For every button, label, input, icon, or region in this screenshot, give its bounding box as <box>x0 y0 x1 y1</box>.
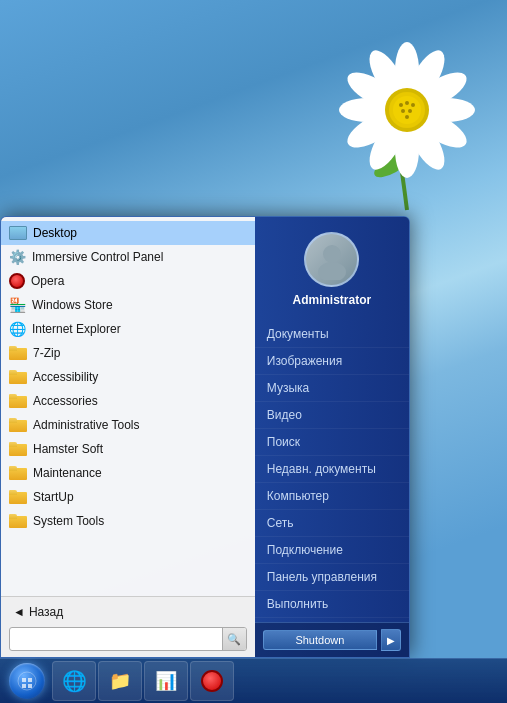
search-button[interactable]: 🔍 <box>222 628 246 650</box>
svg-point-23 <box>318 262 346 280</box>
shutdown-arrow-button[interactable]: ▶ <box>381 629 401 651</box>
opera-icon <box>9 273 25 289</box>
administrative-tools-icon <box>9 418 27 432</box>
opera-taskbar-icon <box>201 670 223 692</box>
taskbar-item-ie[interactable]: 🌐 <box>52 661 96 701</box>
taskbar-item-explorer[interactable]: 📁 <box>98 661 142 701</box>
start-menu-bottom: ◄ Назад 🔍 <box>1 596 255 657</box>
startup-label: StartUp <box>33 490 74 504</box>
start-item-startup[interactable]: StartUp <box>1 485 255 509</box>
search-input[interactable] <box>10 629 222 649</box>
accessibility-label: Accessibility <box>33 370 98 384</box>
7zip-icon <box>9 346 27 360</box>
right-item-video[interactable]: Видео <box>255 402 409 429</box>
svg-point-17 <box>405 101 409 105</box>
right-item-connect[interactable]: Подключение <box>255 537 409 564</box>
windows-store-icon: 🏪 <box>9 297 26 313</box>
back-label: Назад <box>29 605 63 619</box>
start-button[interactable] <box>2 661 52 701</box>
shutdown-button[interactable]: Shutdown <box>263 630 377 650</box>
right-item-search[interactable]: Поиск <box>255 429 409 456</box>
start-item-windows-store[interactable]: 🏪Windows Store <box>1 293 255 317</box>
internet-explorer-icon: 🌐 <box>9 321 26 337</box>
svg-point-20 <box>408 109 412 113</box>
right-item-music[interactable]: Музыка <box>255 375 409 402</box>
hamster-soft-icon <box>9 442 27 456</box>
start-item-control-panel[interactable]: ⚙️Immersive Control Panel <box>1 245 255 269</box>
accessibility-icon <box>9 370 27 384</box>
maintenance-label: Maintenance <box>33 466 102 480</box>
ie-icon: 🌐 <box>62 669 87 693</box>
right-item-recent-docs[interactable]: Недавн. документы <box>255 456 409 483</box>
windows-store-label: Windows Store <box>32 298 113 312</box>
svg-point-19 <box>401 109 405 113</box>
flower-decoration <box>317 10 497 240</box>
desktop-label: Desktop <box>33 226 77 240</box>
start-item-system-tools[interactable]: System Tools <box>1 509 255 533</box>
svg-point-22 <box>323 245 341 263</box>
start-item-accessories[interactable]: Accessories <box>1 389 255 413</box>
start-item-hamster-soft[interactable]: Hamster Soft <box>1 437 255 461</box>
right-item-documents[interactable]: Документы <box>255 321 409 348</box>
right-item-network[interactable]: Сеть <box>255 510 409 537</box>
start-menu: Desktop⚙️Immersive Control PanelOpera🏪Wi… <box>0 216 410 658</box>
start-item-7zip[interactable]: 7-Zip <box>1 341 255 365</box>
shutdown-bar: Shutdown ▶ <box>255 622 409 657</box>
startup-icon <box>9 490 27 504</box>
back-button[interactable]: ◄ Назад <box>9 603 247 621</box>
maintenance-icon <box>9 466 27 480</box>
opera-label: Opera <box>31 274 64 288</box>
start-orb <box>9 663 45 699</box>
control-panel-label: Immersive Control Panel <box>32 250 163 264</box>
desktop-icon <box>9 226 27 240</box>
desktop: Desktop⚙️Immersive Control PanelOpera🏪Wi… <box>0 0 507 703</box>
start-item-maintenance[interactable]: Maintenance <box>1 461 255 485</box>
svg-point-24 <box>18 672 36 690</box>
start-item-desktop[interactable]: Desktop <box>1 221 255 245</box>
svg-point-15 <box>393 96 421 124</box>
system-tools-label: System Tools <box>33 514 104 528</box>
svg-point-18 <box>411 103 415 107</box>
accessories-label: Accessories <box>33 394 98 408</box>
administrative-tools-label: Administrative Tools <box>33 418 140 432</box>
explorer-icon: 📁 <box>109 670 131 692</box>
hamster-soft-label: Hamster Soft <box>33 442 103 456</box>
user-section: Administrator <box>255 217 409 317</box>
taskbar-item-opera[interactable] <box>190 661 234 701</box>
user-name: Administrator <box>293 293 372 307</box>
right-item-run[interactable]: Выполнить <box>255 591 409 618</box>
taskbar-item-media[interactable]: 📊 <box>144 661 188 701</box>
media-icon: 📊 <box>155 670 177 692</box>
control-panel-icon: ⚙️ <box>9 249 26 265</box>
start-menu-right: Administrator ДокументыИзображенияМузыка… <box>255 217 409 657</box>
taskbar-items: 🌐 📁 📊 <box>52 661 505 701</box>
start-menu-list: Desktop⚙️Immersive Control PanelOpera🏪Wi… <box>1 217 255 596</box>
right-item-computer[interactable]: Компьютер <box>255 483 409 510</box>
start-item-internet-explorer[interactable]: 🌐Internet Explorer <box>1 317 255 341</box>
svg-point-21 <box>405 115 409 119</box>
back-arrow-icon: ◄ <box>13 605 25 619</box>
svg-point-16 <box>399 103 403 107</box>
right-menu-items: ДокументыИзображенияМузыкаВидеоПоискНеда… <box>255 317 409 622</box>
start-item-accessibility[interactable]: Accessibility <box>1 365 255 389</box>
7zip-label: 7-Zip <box>33 346 60 360</box>
accessories-icon <box>9 394 27 408</box>
internet-explorer-label: Internet Explorer <box>32 322 121 336</box>
system-tools-icon <box>9 514 27 528</box>
right-item-images[interactable]: Изображения <box>255 348 409 375</box>
start-item-administrative-tools[interactable]: Administrative Tools <box>1 413 255 437</box>
user-avatar <box>304 232 359 287</box>
search-bar: 🔍 <box>9 627 247 651</box>
start-menu-left: Desktop⚙️Immersive Control PanelOpera🏪Wi… <box>1 217 255 657</box>
start-item-opera[interactable]: Opera <box>1 269 255 293</box>
taskbar: 🌐 📁 📊 <box>0 658 507 703</box>
right-item-control-panel[interactable]: Панель управления <box>255 564 409 591</box>
